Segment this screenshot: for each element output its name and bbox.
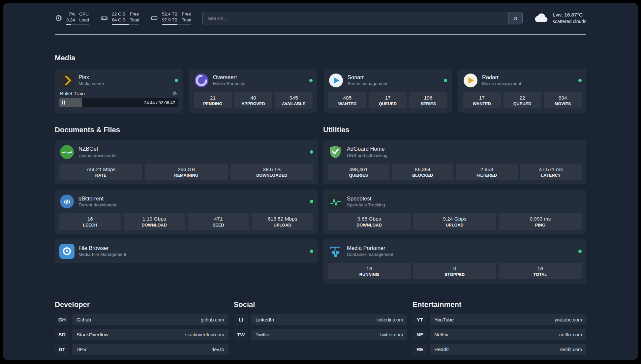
weather-widget[interactable]: Lviv, 16.87°C scattered clouds	[534, 12, 586, 25]
stat-downloaded: 39.6 TB DOWNLOADED	[230, 164, 313, 180]
section-title-utilities: Utilities	[323, 125, 586, 135]
disk-free-value: 52.4 TB	[162, 11, 177, 17]
service-subtitle: Media File Management	[78, 252, 126, 258]
memory-progress-bar	[112, 24, 139, 25]
weather-location: Lviv, 16.87°C	[553, 12, 586, 18]
service-card-speedtest[interactable]: Speedtest Speedtest Tracking 9.65 Gbps D…	[323, 190, 586, 234]
service-card-radarr[interactable]: Radarr Movie management 17 WANTED 22 QUE…	[458, 69, 586, 113]
bookmark-abbr: RE	[412, 344, 427, 355]
memory-total-value: 64 GiB	[112, 17, 125, 23]
status-dot	[578, 250, 582, 253]
status-dot	[175, 79, 178, 82]
bookmark-abbr: SO	[55, 329, 69, 340]
playback-progress-bar[interactable]: 24:44 / 02:06:47	[59, 98, 178, 107]
status-dot	[444, 79, 447, 82]
bookmark-domain: youtube.com	[555, 317, 582, 322]
service-subtitle: Media Requests	[213, 81, 245, 87]
section-title-media: Media	[55, 53, 586, 63]
bookmark-abbr: NF	[412, 329, 427, 340]
stat-queries: 498,461 QUERIES	[328, 164, 389, 180]
memory-widget: 22 GiB 64 GiB Free Total	[100, 11, 139, 25]
overseerr-icon	[194, 73, 209, 88]
disk-total-value: 97.9 TB	[162, 17, 177, 23]
status-dot	[310, 200, 313, 203]
memory-free-value: 22 GiB	[112, 11, 125, 17]
service-card-overseerr[interactable]: Overseerr Media Requests 21 PENDING 40 A…	[189, 69, 317, 113]
stat-remaining: 266 GB REMAINING	[145, 164, 228, 180]
bookmark-stackoverflow[interactable]: SO StackOverflow stackoverflow.com	[55, 329, 229, 340]
service-name: qBittorrent	[78, 195, 117, 202]
search-provider-button[interactable]: G	[508, 12, 523, 24]
search-bar: G	[202, 12, 523, 24]
stat-wanted: 485 WANTED	[328, 92, 366, 108]
service-subtitle: Torrent downloader	[78, 202, 117, 208]
bookmark-youtube[interactable]: YT YouTube youtube.com	[412, 314, 586, 325]
bookmark-linkedin[interactable]: LI LinkedIn linkedin.com	[234, 314, 408, 325]
search-input[interactable]	[202, 12, 508, 24]
memory-label-bottom: Total	[130, 17, 139, 23]
two-column-area: Documents & Files nzbget NZBGet Usenet d…	[55, 113, 586, 284]
status-dot	[310, 250, 313, 253]
service-card-filebrowser[interactable]: File Browser Media File Management	[55, 239, 318, 263]
section-title-entertainment: Entertainment	[412, 300, 586, 309]
pause-icon[interactable]	[62, 101, 65, 105]
stat-rate: 744.21 Mbps RATE	[59, 164, 142, 180]
status-dot	[309, 79, 313, 82]
bookmark-name: StackOverflow	[76, 332, 108, 337]
sonarr-icon	[328, 73, 344, 88]
gear-icon[interactable]	[172, 91, 177, 96]
disk-label-bottom: Total	[182, 17, 191, 23]
bookmark-name: Netflix	[434, 332, 448, 337]
bookmark-domain: github.com	[201, 317, 224, 322]
filebrowser-icon	[59, 244, 75, 259]
memory-label-top: Free	[130, 11, 139, 17]
stat-leech: 16 LEECH	[59, 213, 121, 229]
bookmark-domain: reddit.com	[560, 347, 582, 352]
service-name: NZBGet	[78, 145, 117, 152]
bookmark-dev[interactable]: DT DEV dev.to	[55, 344, 229, 355]
service-name: Radarr	[482, 74, 521, 81]
stat-wanted: 17 WANTED	[463, 92, 501, 108]
service-card-nzbget[interactable]: nzbget NZBGet Usenet downloader 744.21 M…	[55, 140, 318, 184]
bookmark-domain: dev.to	[211, 347, 224, 352]
cpu-label-top: CPU	[79, 11, 89, 17]
stat-seed: 471 SEED	[188, 213, 249, 229]
radarr-icon	[463, 73, 478, 88]
service-subtitle: Container management	[347, 252, 393, 258]
section-title-developer: Developer	[55, 300, 229, 309]
stat-stopped: 0 STOPPED	[413, 263, 496, 279]
stat-approved: 40 APPROVED	[234, 92, 272, 108]
service-name: Overseerr	[213, 74, 245, 81]
bookmark-domain: linkedin.com	[377, 317, 403, 322]
bookmark-netflix[interactable]: NF Netflix netflix.com	[412, 329, 586, 340]
nzbget-icon: nzbget	[59, 144, 75, 160]
section-title-social: Social	[234, 300, 408, 309]
stat-running: 16 RUNNING	[328, 263, 411, 279]
bookmark-abbr: GH	[55, 314, 69, 325]
media-grid: Plex Media server Bullet Train	[55, 69, 586, 113]
stat-queued: 22 QUEUED	[504, 92, 541, 108]
disk-label-top: Free	[182, 11, 191, 17]
stat-total: 16 TOTAL	[499, 263, 582, 279]
bookmark-name: DEV	[76, 347, 87, 352]
plex-icon	[59, 73, 75, 88]
service-card-plex[interactable]: Plex Media server Bullet Train	[55, 69, 183, 113]
stat-latency: 47.571 ms LATENCY	[520, 164, 582, 180]
bookmark-reddit[interactable]: RE Reddit reddit.com	[412, 344, 586, 355]
service-card-portainer[interactable]: Media Portainer Container management 16 …	[323, 239, 586, 284]
stat-upload: 9.24 Gbps UPLOAD	[413, 213, 496, 229]
bookmark-group-social: Social LI LinkedIn linkedin.com TW Twitt…	[234, 300, 408, 344]
bookmark-twitter[interactable]: TW Twitter twitter.com	[234, 329, 408, 340]
status-dot	[578, 79, 582, 82]
cpu-label-bottom: Load	[79, 17, 89, 23]
memory-icon	[100, 14, 108, 22]
stat-available: 945 AVAILABLE	[275, 92, 313, 108]
service-card-qbittorrent[interactable]: qb qBittorrent Torrent downloader 16 LEE…	[55, 190, 318, 234]
bookmark-github[interactable]: GH Github github.com	[55, 314, 229, 325]
svg-text:nzbget: nzbget	[62, 150, 72, 154]
service-card-adguard[interactable]: AdGuard Home DNS and adblocking 498,461 …	[323, 140, 586, 184]
bookmarks-area: Developer GH Github github.com SO StackO…	[55, 300, 586, 359]
bookmark-name: Reddit	[434, 347, 448, 352]
bookmark-group-developer: Developer GH Github github.com SO StackO…	[55, 300, 229, 359]
service-card-sonarr[interactable]: Sonarr Series management 485 WANTED 17 Q…	[324, 69, 452, 113]
